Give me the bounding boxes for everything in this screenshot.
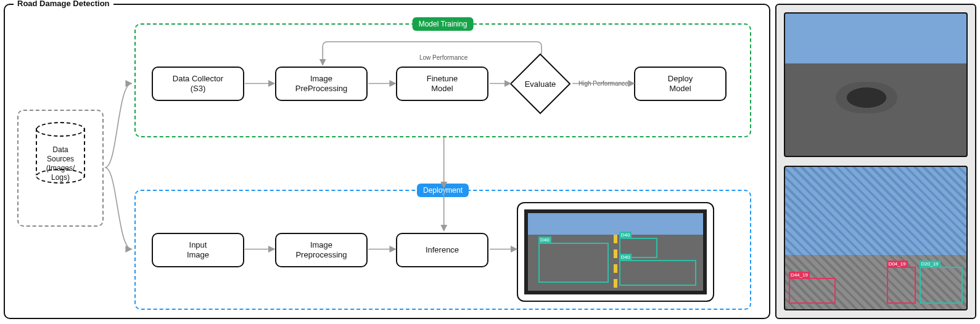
node-input-image-line1: Input [187,240,209,250]
sample-image-bottom: D44_19 D04_19 D20_19 [784,166,968,310]
data-sources-line3: (Images/ [46,164,75,172]
node-input-image-line2: Image [187,250,209,260]
bbox-label: D20_19 [920,261,941,268]
node-evaluate: Evaluate [509,53,571,115]
node-finetune-line2: Model [427,84,458,94]
node-preproc-train-line1: Image [295,74,348,84]
data-sources-line2: Sources [47,155,74,163]
node-image-preprocessing-deploy: Image Preprocessing [275,233,368,267]
node-data-collector: Data Collector (S3) [152,67,244,101]
group-label-training: Model Training [413,17,474,31]
node-inference: Inference [396,233,488,267]
bbox-label: D04_19 [887,261,908,268]
group-data-sources: Data Sources (Images/ Logs) [17,110,104,227]
edge-label-high-performance: High Performance [577,80,630,87]
node-input-image: Input Image [152,233,244,267]
output-image: D40 D40 D40 [524,209,707,294]
node-image-preprocessing-train: Image PreProcessing [275,67,368,101]
node-data-collector-line2: (S3) [173,84,223,94]
node-finetune-model: Finetune Model [396,67,488,101]
node-evaluate-label: Evaluate [509,53,571,115]
bbox-label: D44_19 [789,272,810,279]
node-deploy-line2: Model [668,84,693,94]
node-deploy-model: Deploy Model [634,67,727,101]
main-diagram-frame: Road Damage Detection Data Sources (Imag… [4,4,770,319]
main-diagram-title: Road Damage Detection [14,0,113,8]
node-preproc-deploy-line1: Image [295,240,347,250]
group-label-deployment: Deployment [417,184,469,197]
data-sources-line1: Data [52,145,68,154]
sample-image-top [784,12,968,157]
data-sources-label: Data Sources (Images/ Logs) [19,145,102,182]
node-preproc-deploy-line2: Preprocessing [295,250,347,260]
side-image-panel: D44_19 D04_19 D20_19 [775,4,976,319]
node-finetune-line1: Finetune [427,74,458,84]
node-data-collector-line1: Data Collector [173,74,223,84]
diagram-root: Road Damage Detection Data Sources (Imag… [0,0,980,324]
node-inference-label: Inference [426,245,459,255]
output-image-card: D40 D40 D40 [517,202,714,302]
node-deploy-line1: Deploy [668,74,693,84]
edge-label-low-performance: Low Performance [418,54,469,61]
node-preproc-train-line2: PreProcessing [295,84,348,94]
data-sources-line4: Logs) [51,173,70,182]
